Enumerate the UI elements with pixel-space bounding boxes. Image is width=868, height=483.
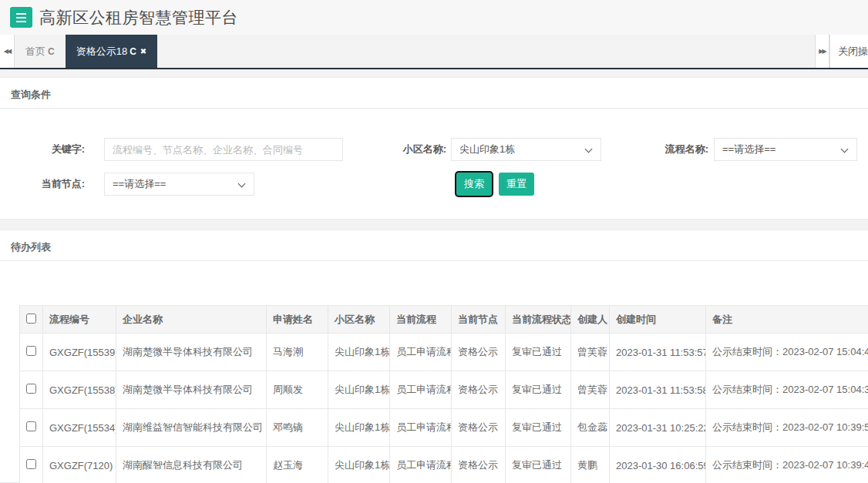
cell-company-name: 湖南维益智信智能科技有限公司 bbox=[116, 409, 267, 447]
cell-process-number: GXGZF(15539) bbox=[43, 334, 116, 371]
cell-current-process: 员工申请流程 bbox=[390, 334, 452, 371]
table-row: GXGZF(15539) 湖南楚微半导体科技有限公司 马海潮 尖山印象1栋 员工… bbox=[20, 334, 868, 371]
col-community-name: 小区名称 bbox=[328, 306, 390, 334]
cell-remark: 公示结束时间：2023-02-07 15:04:42 bbox=[706, 334, 868, 371]
cell-current-process: 员工申请流程 bbox=[390, 447, 452, 483]
hamburger-menu-icon[interactable] bbox=[10, 7, 32, 28]
search-button[interactable]: 搜索 bbox=[456, 173, 492, 196]
cell-current-node: 资格公示 bbox=[452, 371, 506, 409]
col-applicant-name: 申请姓名 bbox=[267, 306, 328, 334]
cell-creator: 曾芙蓉 bbox=[571, 371, 610, 409]
cell-applicant-name: 邓鸣镝 bbox=[267, 409, 328, 447]
cell-remark: 公示结束时间：2023-02-07 15:04:35 bbox=[706, 371, 868, 409]
community-label: 小区名称: bbox=[343, 143, 451, 156]
cell-current-node: 资格公示 bbox=[452, 447, 506, 483]
cell-create-time: 2023-01-31 11:53:58 bbox=[610, 371, 706, 409]
process-select-value: ==请选择== bbox=[722, 143, 775, 156]
cell-process-status: 复审已通过 bbox=[506, 409, 571, 447]
table-row: GXGZF(15538) 湖南楚微半导体科技有限公司 周顺发 尖山印象1栋 员工… bbox=[20, 371, 868, 409]
cell-remark: 公示结束时间：2023-02-07 10:39:53 bbox=[706, 409, 868, 447]
row-checkbox[interactable] bbox=[26, 459, 36, 469]
keyword-input[interactable] bbox=[104, 138, 343, 161]
cell-process-number: GXGZF(15534) bbox=[43, 409, 116, 447]
cell-applicant-name: 周顺发 bbox=[267, 371, 328, 409]
row-checkbox[interactable] bbox=[26, 384, 36, 394]
chevron-down-icon bbox=[585, 146, 593, 153]
cell-current-process: 员工申请流程 bbox=[390, 409, 452, 447]
cell-applicant-name: 马海潮 bbox=[267, 334, 328, 371]
col-current-node: 当前节点 bbox=[452, 306, 506, 334]
col-create-time: 创建时间 bbox=[610, 306, 706, 334]
cell-applicant-name: 赵玉海 bbox=[267, 447, 328, 483]
col-creator: 创建人 bbox=[571, 306, 610, 334]
table-row: GXGZF(15534) 湖南维益智信智能科技有限公司 邓鸣镝 尖山印象1栋 员… bbox=[20, 409, 868, 447]
cell-company-name: 湖南楚微半导体科技有限公司 bbox=[116, 334, 267, 371]
refresh-icon[interactable]: C bbox=[48, 46, 55, 57]
todo-panel: 待办列表 流程编号 企业名称 申请姓名 小区名称 当前流程 当前节点 当前流程状… bbox=[0, 230, 868, 483]
col-remark: 备注 bbox=[706, 306, 868, 334]
cell-creator: 曾芙蓉 bbox=[571, 334, 610, 371]
community-select[interactable]: 尖山印象1栋 bbox=[451, 138, 601, 161]
refresh-icon[interactable]: C bbox=[130, 46, 136, 57]
tabs-scroll-right-icon[interactable]: ▶▶ bbox=[815, 35, 829, 68]
cell-create-time: 2023-01-31 11:53:57 bbox=[610, 334, 706, 371]
cell-process-status: 复审已通过 bbox=[506, 371, 571, 409]
process-name-select[interactable]: ==请选择== bbox=[714, 138, 857, 161]
search-panel-title: 查询条件 bbox=[0, 78, 868, 109]
cell-company-name: 湖南楚微半导体科技有限公司 bbox=[116, 371, 267, 409]
tab-bar: ◀◀ 首页C 资格公示18C✖ ▶▶ 关闭操作 bbox=[0, 35, 868, 69]
cell-community-name: 尖山印象1栋 bbox=[328, 447, 390, 483]
select-all-checkbox[interactable] bbox=[26, 314, 36, 324]
cell-current-process: 员工申请流程 bbox=[390, 371, 452, 409]
process-name-label: 流程名称: bbox=[601, 143, 714, 156]
close-operations-menu[interactable]: 关闭操作 bbox=[829, 35, 868, 68]
cell-current-node: 资格公示 bbox=[452, 334, 506, 371]
cell-community-name: 尖山印象1栋 bbox=[328, 371, 390, 409]
cell-process-number: GXGZF(15538) bbox=[43, 371, 116, 409]
row-checkbox[interactable] bbox=[26, 421, 36, 431]
cell-process-status: 复审已通过 bbox=[506, 334, 571, 371]
app-title: 高新区公租房智慧管理平台 bbox=[39, 7, 238, 29]
tabs-scroll-left-icon[interactable]: ◀◀ bbox=[0, 35, 15, 68]
cell-process-number: GXGZF(7120) bbox=[43, 447, 116, 483]
cell-create-time: 2023-01-30 16:06:59 bbox=[610, 447, 706, 483]
reset-button[interactable]: 重置 bbox=[499, 173, 534, 196]
cell-company-name: 湖南醒智信息科技有限公司 bbox=[116, 447, 267, 483]
col-company-name: 企业名称 bbox=[116, 306, 267, 334]
cell-current-node: 资格公示 bbox=[452, 409, 506, 447]
current-node-label: 当前节点: bbox=[0, 177, 104, 191]
tab-home[interactable]: 首页C bbox=[15, 35, 66, 68]
col-process-status: 当前流程状态 bbox=[506, 306, 571, 334]
table-header-row: 流程编号 企业名称 申请姓名 小区名称 当前流程 当前节点 当前流程状态 创建人… bbox=[20, 306, 868, 334]
cell-community-name: 尖山印象1栋 bbox=[328, 409, 390, 447]
search-panel: 查询条件 关键字: 小区名称: 尖山印象1栋 流程名称: ==请选择== 当前节… bbox=[0, 77, 868, 220]
cell-create-time: 2023-01-31 10:25:22 bbox=[610, 409, 706, 447]
chevron-down-icon bbox=[841, 146, 849, 153]
chevron-down-icon bbox=[238, 180, 246, 188]
node-select-value: ==请选择== bbox=[113, 177, 166, 191]
todo-table: 流程编号 企业名称 申请姓名 小区名称 当前流程 当前节点 当前流程状态 创建人… bbox=[19, 305, 868, 483]
cell-remark: 公示结束时间：2023-02-07 10:39:42 bbox=[706, 447, 868, 483]
table-row: GXGZF(7120) 湖南醒智信息科技有限公司 赵玉海 尖山印象1栋 员工申请… bbox=[20, 447, 868, 483]
tab-active-label: 资格公示18 bbox=[76, 45, 127, 59]
col-current-process: 当前流程 bbox=[390, 306, 452, 334]
community-select-value: 尖山印象1栋 bbox=[459, 143, 515, 156]
tabbar-spacer bbox=[157, 35, 815, 68]
close-icon[interactable]: ✖ bbox=[140, 47, 146, 55]
col-process-number: 流程编号 bbox=[43, 306, 116, 334]
keyword-label: 关键字: bbox=[0, 143, 104, 156]
top-header: 高新区公租房智慧管理平台 bbox=[0, 0, 868, 35]
tab-qualification-publicity[interactable]: 资格公示18C✖ bbox=[66, 35, 158, 68]
current-node-select[interactable]: ==请选择== bbox=[104, 173, 254, 196]
cell-community-name: 尖山印象1栋 bbox=[328, 334, 390, 371]
tab-home-label: 首页 bbox=[25, 45, 45, 59]
row-checkbox[interactable] bbox=[26, 346, 36, 356]
cell-creator: 黄鹏 bbox=[571, 447, 610, 483]
todo-panel-title: 待办列表 bbox=[0, 230, 868, 261]
cell-process-status: 复审已通过 bbox=[506, 447, 571, 483]
cell-creator: 包金蕊 bbox=[571, 409, 610, 447]
